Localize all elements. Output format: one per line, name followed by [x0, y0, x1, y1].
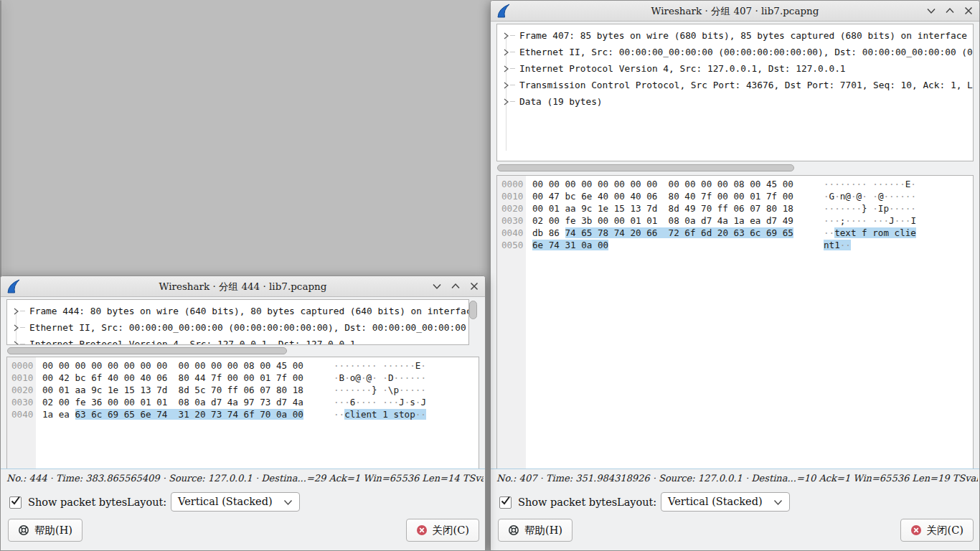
help-button[interactable]: 帮助(H) — [8, 519, 83, 542]
close-button-label: 关闭(C) — [927, 524, 963, 537]
hex-bytes[interactable]: 00 47 bc 6e 40 00 40 06 80 40 7f 00 00 0… — [532, 191, 799, 203]
packet-tree-row[interactable]: Internet Protocol Version 4, Src: 127.0.… — [497, 60, 973, 77]
packet-tree-row-label: Frame 407: 85 bytes on wire (680 bits), … — [519, 30, 967, 41]
expander-icon[interactable] — [503, 49, 509, 56]
hex-dump-row[interactable]: 002000 01 aa 9c 1e 15 13 7d 8d 5c 70 ff … — [7, 385, 479, 397]
hex-bytes[interactable]: db 86 74 65 78 74 20 66 72 6f 6d 20 63 6… — [532, 227, 799, 240]
show-packet-bytes-checkbox[interactable] — [499, 496, 512, 509]
tree-branch-line — [20, 344, 25, 344]
tree-branch-line — [20, 327, 25, 328]
horizontal-scrollbar-thumb[interactable] — [7, 347, 287, 354]
ascii-bytes[interactable]: ··text f rom clie — [824, 227, 916, 240]
vertical-scrollbar-thumb[interactable] — [469, 301, 477, 319]
hex-bytes[interactable]: 1a ea 63 6c 69 65 6e 74 31 20 73 74 6f 7… — [42, 409, 309, 421]
hex-dump-row[interactable]: 000000 00 00 00 00 00 00 00 00 00 00 00 … — [497, 179, 973, 191]
hex-dump-row[interactable]: 003002 00 fe 36 00 00 01 01 08 0a d7 4a … — [7, 397, 479, 409]
checkmark-icon — [10, 495, 21, 506]
packet-bytes-pane[interactable]: 000000 00 00 00 00 00 00 00 00 00 00 00 … — [6, 357, 479, 468]
minimize-icon[interactable] — [926, 6, 936, 16]
title-bar[interactable]: Wireshark · 分组 444 · lib7.pcapng — [1, 276, 485, 297]
hex-offset: 0030 — [7, 397, 36, 409]
tree-branch-line — [510, 85, 515, 85]
tree-branch-line — [510, 35, 515, 36]
ascii-bytes[interactable]: ···;···· ···J···I — [824, 215, 916, 227]
tree-branch-line — [510, 101, 515, 102]
hex-dump-row[interactable]: 001000 47 bc 6e 40 00 40 06 80 40 7f 00 … — [497, 191, 973, 203]
hex-dump-row[interactable]: 003002 00 fe 3b 00 00 01 01 08 0a d7 4a … — [497, 215, 973, 227]
chevron-down-icon — [773, 499, 783, 506]
packet-tree-row[interactable]: Ethernet II, Src: 00:00:00_00:00:00 (00:… — [497, 44, 973, 60]
checkmark-icon — [500, 495, 511, 506]
packet-status-line: No.: 444 · Time: 383.865565409 · Source:… — [6, 473, 484, 484]
dialog-footer: No.: 407 · Time: 351.984318926 · Source:… — [491, 468, 979, 550]
expander-icon[interactable] — [13, 324, 19, 331]
title-bar[interactable]: Wireshark · 分组 407 · lib7.pcapng — [491, 1, 979, 22]
hex-bytes[interactable]: 00 00 00 00 00 00 00 00 00 00 00 00 08 0… — [532, 179, 799, 191]
expander-icon[interactable] — [503, 32, 509, 39]
hex-offset: 0050 — [497, 240, 526, 252]
packet-detail-tree[interactable]: Frame 407: 85 bytes on wire (680 bits), … — [496, 24, 974, 161]
expander-icon[interactable] — [503, 65, 509, 72]
close-window-icon[interactable] — [469, 281, 479, 291]
tree-branch-line — [510, 68, 515, 69]
expander-icon[interactable] — [13, 341, 19, 346]
hex-dump-row[interactable]: 001000 42 bc 6f 40 00 40 06 80 44 7f 00 … — [7, 372, 479, 385]
close-button[interactable]: 关闭(C) — [900, 519, 974, 542]
hex-offset: 0040 — [7, 409, 36, 421]
ascii-bytes[interactable]: ·······} ·\p····· — [334, 385, 426, 397]
layout-select-value: Vertical (Stacked) — [668, 493, 763, 511]
maximize-icon[interactable] — [451, 281, 461, 291]
ascii-bytes[interactable]: ·······} ·Ip····· — [824, 203, 916, 215]
dialog-footer: No.: 444 · Time: 383.865565409 · Source:… — [1, 468, 485, 550]
ascii-bytes[interactable]: ·B·o@·@· ·D······ — [334, 372, 426, 385]
packet-tree-row[interactable]: Data (19 bytes) — [497, 93, 973, 110]
ascii-bytes[interactable]: nt1·· — [824, 240, 851, 252]
help-button[interactable]: 帮助(H) — [498, 519, 573, 542]
hex-dump-row[interactable]: 00401a ea 63 6c 69 65 6e 74 31 20 73 74 … — [7, 409, 479, 421]
hex-dump-row[interactable]: 0040db 86 74 65 78 74 20 66 72 6f 6d 20 … — [497, 227, 973, 240]
ascii-bytes[interactable]: ·G·n@·@· ·@······ — [824, 191, 916, 203]
expander-icon[interactable] — [503, 82, 509, 89]
ascii-bytes[interactable]: ··client 1 stop·· — [334, 409, 426, 421]
hex-bytes[interactable]: 00 01 aa 9c 1e 15 13 7d 8d 49 70 ff 06 0… — [532, 203, 799, 215]
packet-tree-row-label: Data (19 bytes) — [519, 96, 603, 107]
packet-tree-row-label: Ethernet II, Src: 00:00:00_00:00:00 (00:… — [519, 47, 973, 57]
horizontal-scrollbar-thumb[interactable] — [497, 164, 794, 171]
layout-label: Layout: — [127, 491, 166, 513]
minimize-icon[interactable] — [432, 281, 442, 291]
layout-select[interactable]: Vertical (Stacked) — [661, 492, 790, 512]
hex-offset: 0000 — [497, 179, 526, 191]
window-packet-444: Wireshark · 分组 444 · lib7.pcapng Frame 4… — [0, 276, 486, 551]
packet-bytes-pane[interactable]: 000000 00 00 00 00 00 00 00 00 00 00 00 … — [496, 175, 974, 468]
close-button[interactable]: 关闭(C) — [406, 519, 479, 542]
ascii-bytes[interactable]: ········ ······E· — [334, 360, 426, 372]
hex-bytes[interactable]: 6e 74 31 0a 00 — [532, 240, 799, 252]
packet-tree-row[interactable]: Frame 444: 80 bytes on wire (640 bits), … — [7, 303, 468, 319]
hex-bytes[interactable]: 00 42 bc 6f 40 00 40 06 80 44 7f 00 00 0… — [42, 372, 309, 385]
help-icon — [18, 524, 29, 536]
tree-branch-line — [20, 311, 25, 311]
window-title: Wireshark · 分组 444 · lib7.pcapng — [1, 276, 485, 296]
expander-icon[interactable] — [503, 98, 509, 105]
expander-icon[interactable] — [13, 308, 19, 315]
hex-bytes[interactable]: 02 00 fe 36 00 00 01 01 08 0a d7 4a 97 7… — [42, 397, 309, 409]
packet-tree-row[interactable]: Internet Protocol Version 4, Src: 127.0.… — [7, 336, 468, 345]
packet-detail-tree[interactable]: Frame 444: 80 bytes on wire (640 bits), … — [6, 299, 469, 345]
hex-dump-row[interactable]: 00506e 74 31 0a 00nt1·· — [497, 240, 973, 252]
show-packet-bytes-checkbox[interactable] — [9, 496, 22, 509]
hex-bytes[interactable]: 02 00 fe 3b 00 00 01 01 08 0a d7 4a 1a e… — [532, 215, 799, 227]
close-window-icon[interactable] — [963, 6, 974, 16]
packet-tree-row[interactable]: Ethernet II, Src: 00:00:00_00:00:00 (00:… — [7, 319, 468, 336]
hex-bytes[interactable]: 00 01 aa 9c 1e 15 13 7d 8d 5c 70 ff 06 0… — [42, 385, 309, 397]
hex-offset: 0000 — [7, 360, 36, 372]
packet-status-line: No.: 407 · Time: 351.984318926 · Source:… — [496, 473, 978, 484]
maximize-icon[interactable] — [945, 6, 955, 16]
hex-bytes[interactable]: 00 00 00 00 00 00 00 00 00 00 00 00 08 0… — [42, 360, 309, 372]
ascii-bytes[interactable]: ········ ······E· — [824, 179, 916, 191]
layout-select[interactable]: Vertical (Stacked) — [171, 492, 300, 512]
hex-dump-row[interactable]: 000000 00 00 00 00 00 00 00 00 00 00 00 … — [7, 360, 479, 372]
packet-tree-row[interactable]: Transmission Control Protocol, Src Port:… — [497, 77, 973, 93]
packet-tree-row[interactable]: Frame 407: 85 bytes on wire (680 bits), … — [497, 27, 973, 44]
hex-dump-row[interactable]: 002000 01 aa 9c 1e 15 13 7d 8d 49 70 ff … — [497, 203, 973, 215]
ascii-bytes[interactable]: ···6···· ···J·s·J — [334, 397, 426, 409]
